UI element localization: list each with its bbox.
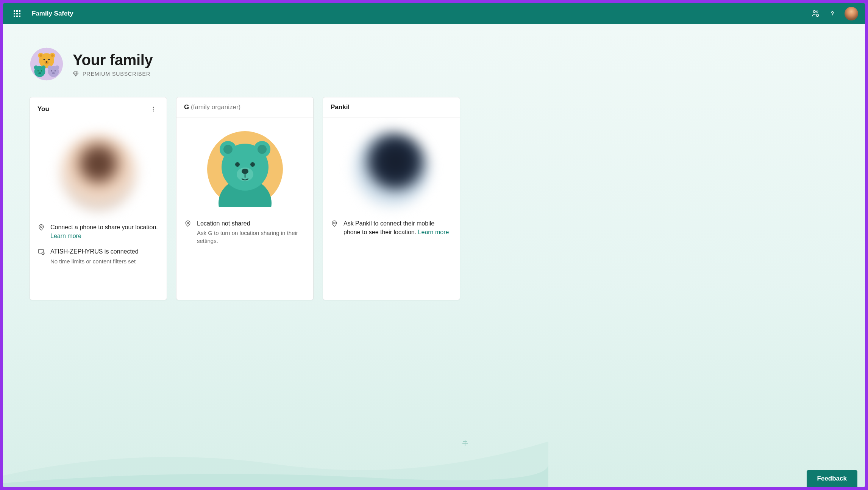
detail-location: Location not shared Ask G to turn on loc…	[184, 219, 306, 245]
svg-point-29	[41, 226, 42, 227]
svg-point-21	[48, 66, 52, 70]
detail-location: Ask Pankil to connect their mobile phone…	[331, 219, 452, 236]
settings-button[interactable]	[807, 5, 824, 22]
svg-point-17	[37, 70, 39, 71]
svg-point-43	[187, 222, 189, 224]
waffle-icon	[14, 10, 20, 17]
member-name: You	[37, 105, 49, 113]
location-icon	[37, 224, 45, 233]
svg-point-13	[46, 61, 48, 63]
detail-location: Connect a phone to share your location. …	[37, 223, 159, 240]
svg-point-23	[51, 70, 52, 71]
location-icon	[331, 220, 338, 229]
svg-point-3	[832, 16, 833, 16]
svg-point-10	[44, 59, 45, 60]
svg-point-1	[816, 11, 818, 12]
svg-point-27	[153, 109, 154, 110]
page-header: Your family PREMIUM SUBSCRIBER	[30, 47, 507, 81]
svg-point-25	[52, 72, 55, 74]
feedback-button[interactable]: Feedback	[807, 470, 857, 487]
family-illustration	[30, 47, 64, 81]
member-card-pankil[interactable]: Pankil Ask Pankil to con	[323, 97, 460, 300]
page-title: Your family	[73, 52, 153, 69]
people-settings-icon	[812, 9, 820, 18]
more-options-button[interactable]	[148, 103, 159, 115]
learn-more-link[interactable]: Learn more	[50, 233, 81, 239]
svg-point-37	[223, 145, 233, 154]
svg-point-44	[334, 222, 335, 224]
help-button[interactable]	[824, 5, 841, 22]
svg-point-8	[39, 54, 42, 57]
location-icon	[184, 220, 192, 229]
member-name: G (family organizer)	[184, 103, 240, 111]
member-card-you[interactable]: You	[30, 97, 167, 300]
svg-point-15	[34, 66, 38, 70]
premium-label: PREMIUM SUBSCRIBER	[83, 71, 150, 77]
main-content: Your family PREMIUM SUBSCRIBER	[3, 24, 865, 487]
diamond-icon	[73, 71, 79, 77]
premium-badge: PREMIUM SUBSCRIBER	[73, 71, 153, 77]
svg-point-38	[258, 145, 267, 154]
member-avatar	[207, 131, 283, 207]
svg-point-0	[813, 11, 816, 13]
member-avatar	[354, 131, 429, 207]
svg-point-19	[38, 72, 41, 74]
svg-point-28	[153, 111, 154, 112]
svg-point-11	[48, 59, 50, 60]
svg-point-16	[42, 66, 46, 70]
more-vertical-icon	[150, 106, 156, 112]
svg-point-39	[235, 162, 240, 167]
svg-point-24	[55, 70, 56, 71]
svg-point-9	[51, 54, 54, 57]
svg-point-22	[55, 66, 59, 70]
svg-point-26	[153, 107, 154, 108]
account-avatar-button[interactable]	[845, 7, 858, 20]
app-launcher-button[interactable]	[10, 6, 24, 21]
learn-more-link[interactable]: Learn more	[418, 229, 449, 235]
member-avatar	[61, 135, 136, 211]
help-icon	[828, 9, 837, 18]
family-member-cards: You	[30, 97, 507, 300]
app-title[interactable]: Family Safety	[32, 10, 73, 17]
member-name: Pankil	[331, 103, 350, 111]
background-hills	[3, 411, 548, 487]
svg-point-18	[41, 70, 42, 71]
svg-point-40	[250, 162, 255, 167]
app-header: Family Safety	[3, 3, 865, 24]
device-icon	[37, 248, 45, 257]
detail-device: ATISH-ZEPHYRUS is connected No time limi…	[37, 247, 159, 265]
member-card-g[interactable]: G (family organizer)	[176, 97, 314, 300]
